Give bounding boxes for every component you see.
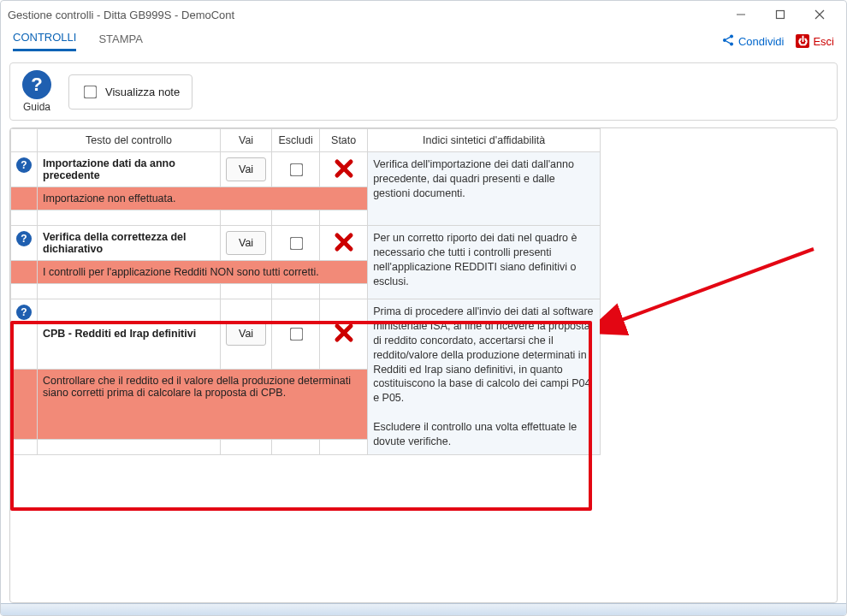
control-description: Verifica dell'importazione dei dati dall… bbox=[368, 152, 601, 226]
tab-stampa[interactable]: STAMPA bbox=[98, 33, 143, 50]
status-bar bbox=[1, 603, 846, 615]
row-help-icon[interactable]: ? bbox=[16, 231, 32, 246]
toolbar-panel: ? Guida Visualizza note bbox=[9, 62, 838, 121]
controls-grid: Testo del controllo Vai Escludi Stato In… bbox=[9, 127, 838, 603]
svg-rect-1 bbox=[777, 11, 785, 19]
fail-icon bbox=[334, 158, 354, 181]
vai-button[interactable]: Vai bbox=[226, 322, 266, 346]
help-icon: ? bbox=[22, 70, 51, 99]
exit-button[interactable]: ⏻ Esci bbox=[796, 34, 834, 48]
control-error: Importazione non effettuata. bbox=[38, 187, 368, 210]
share-button[interactable]: Condividi bbox=[721, 33, 784, 50]
control-title: Importazione dati da anno precedente bbox=[38, 152, 221, 187]
control-title: Verifica della correttezza del dichiarat… bbox=[38, 226, 221, 261]
guide-button[interactable]: ? Guida bbox=[19, 70, 55, 113]
svg-line-8 bbox=[726, 41, 731, 44]
exit-label: Esci bbox=[813, 35, 834, 48]
exclude-checkbox[interactable] bbox=[289, 236, 303, 250]
vai-button[interactable]: Vai bbox=[226, 231, 266, 255]
fail-icon bbox=[334, 323, 354, 346]
visualizza-note-label: Visualizza note bbox=[105, 86, 180, 98]
control-error: I controlli per l'applicazione Redditi N… bbox=[38, 261, 368, 284]
control-error: Controllare che il reddito ed il valore … bbox=[38, 369, 368, 439]
header-vai: Vai bbox=[221, 129, 272, 152]
header-indici: Indici sintetici d'affidabilità bbox=[368, 129, 601, 152]
visualizza-note-checkbox[interactable] bbox=[84, 85, 98, 98]
control-title: CPB - Redditi ed Irap definitivi bbox=[38, 299, 221, 370]
guide-label: Guida bbox=[23, 101, 50, 113]
tab-bar: CONTROLLI STAMPA Condividi ⏻ Esci bbox=[1, 28, 846, 54]
tab-controlli[interactable]: CONTROLLI bbox=[13, 31, 76, 51]
header-stato: Stato bbox=[320, 129, 368, 152]
header-escludi: Escludi bbox=[272, 129, 320, 152]
header-testo: Testo del controllo bbox=[38, 129, 221, 152]
fail-icon bbox=[334, 232, 354, 255]
maximize-button[interactable] bbox=[761, 1, 800, 28]
control-description: Prima di procedere all'invio dei dati al… bbox=[368, 299, 601, 455]
control-description: Per un corretto riporto dei dati nel qua… bbox=[368, 226, 601, 299]
share-icon bbox=[721, 33, 735, 50]
row-help-icon[interactable]: ? bbox=[16, 157, 32, 173]
exclude-checkbox[interactable] bbox=[289, 163, 303, 176]
power-icon: ⏻ bbox=[796, 34, 809, 48]
status-cell bbox=[320, 152, 368, 187]
vai-button[interactable]: Vai bbox=[226, 157, 266, 181]
row-help-icon[interactable]: ? bbox=[16, 305, 32, 320]
visualizza-note-panel: Visualizza note bbox=[68, 74, 192, 110]
header-help bbox=[11, 129, 38, 152]
status-cell bbox=[320, 299, 368, 370]
status-cell bbox=[320, 226, 368, 261]
title-bar: Gestione controlli - Ditta GB999S - Demo… bbox=[1, 1, 846, 28]
svg-line-7 bbox=[726, 37, 731, 39]
close-button[interactable] bbox=[800, 1, 839, 28]
minimize-button[interactable] bbox=[721, 1, 761, 28]
window-title: Gestione controlli - Ditta GB999S - Demo… bbox=[8, 9, 721, 21]
share-label: Condividi bbox=[738, 35, 784, 48]
exclude-checkbox[interactable] bbox=[289, 328, 303, 341]
